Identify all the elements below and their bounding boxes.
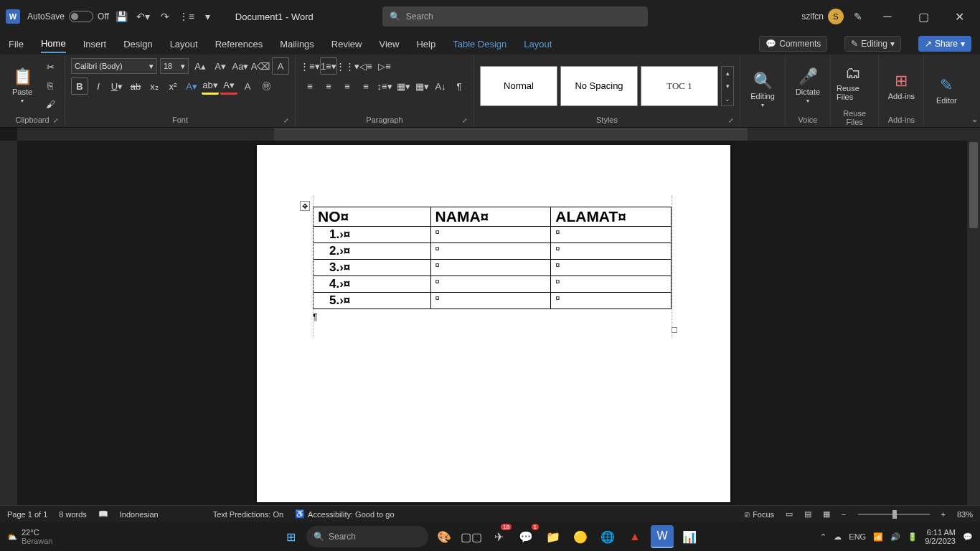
clear-format-icon[interactable]: A⌫ bbox=[252, 57, 269, 75]
cut-icon[interactable]: ✂ bbox=[42, 59, 59, 76]
show-marks-icon[interactable]: ¶ bbox=[451, 77, 468, 95]
spell-check-icon[interactable]: 📖 bbox=[98, 509, 108, 519]
change-case-icon[interactable]: Aa▾ bbox=[232, 57, 249, 75]
battery-icon[interactable]: 🔋 bbox=[908, 532, 918, 542]
word-taskbar-icon[interactable]: W bbox=[651, 525, 674, 548]
header-cell-nama[interactable]: NAMA¤ bbox=[430, 207, 551, 227]
copilot-icon[interactable]: 🎨 bbox=[433, 525, 456, 548]
font-name-select[interactable]: Calibri (Body)▾ bbox=[71, 58, 157, 74]
bullets-icon[interactable]: ⋮≡▾ bbox=[301, 57, 319, 75]
text-effects-icon[interactable]: A▾ bbox=[183, 77, 200, 95]
view-web-icon[interactable]: ▦ bbox=[823, 509, 830, 519]
phonetic-icon[interactable]: A bbox=[272, 57, 289, 75]
collapse-ribbon-icon[interactable]: ⌄ bbox=[969, 115, 980, 127]
language-indicator[interactable]: Indonesian bbox=[120, 510, 159, 519]
borders-icon[interactable]: ▦▾ bbox=[413, 77, 430, 95]
font-color-icon[interactable]: A▾ bbox=[220, 77, 237, 95]
font-launcher-icon[interactable]: ⤢ bbox=[283, 117, 289, 124]
onedrive-icon[interactable]: ☁ bbox=[834, 532, 842, 542]
page[interactable]: ✥ NO¤ NAMA¤ ALAMAT¤ 1.›¤ ¤ ¤ 2.›¤ ¤ ¤ bbox=[257, 145, 730, 502]
zoom-slider[interactable] bbox=[858, 514, 930, 515]
style-nospacing[interactable]: No Spacing bbox=[560, 66, 638, 106]
tray-overflow-icon[interactable]: ⌃ bbox=[820, 532, 826, 542]
undo-icon[interactable]: ↶▾ bbox=[135, 8, 152, 25]
tray-lang[interactable]: ENG bbox=[849, 532, 866, 541]
table-row[interactable]: 4.›¤ ¤ ¤ bbox=[314, 276, 672, 293]
table-row[interactable]: 3.›¤ ¤ ¤ bbox=[314, 260, 672, 276]
minimize-button[interactable]: ─ bbox=[872, 6, 903, 27]
document-table[interactable]: NO¤ NAMA¤ ALAMAT¤ 1.›¤ ¤ ¤ 2.›¤ ¤ ¤ 3.›¤… bbox=[313, 207, 672, 309]
multilevel-icon[interactable]: ⋮⋮▾ bbox=[339, 57, 356, 75]
tab-review[interactable]: Review bbox=[331, 36, 362, 52]
styles-launcher-icon[interactable]: ⤢ bbox=[728, 117, 734, 124]
pen-mode-icon[interactable]: ✎ bbox=[849, 8, 867, 25]
zoom-out-icon[interactable]: − bbox=[842, 510, 846, 519]
align-left-icon[interactable]: ≡ bbox=[301, 77, 319, 95]
italic-button[interactable]: I bbox=[90, 77, 107, 95]
close-button[interactable]: ✕ bbox=[944, 6, 974, 27]
adobe-icon[interactable]: ▲ bbox=[623, 525, 646, 548]
page-indicator[interactable]: Page 1 of 1 bbox=[7, 510, 47, 519]
justify-icon[interactable]: ≡ bbox=[357, 77, 374, 95]
text-predictions[interactable]: Text Predictions: On bbox=[213, 510, 283, 519]
accessibility-status[interactable]: ♿Accessibility: Good to go bbox=[295, 509, 394, 519]
table-move-handle-icon[interactable]: ✥ bbox=[300, 201, 310, 211]
system-clock[interactable]: 6:11 AM 9/2/2023 bbox=[925, 528, 956, 545]
whatsapp-icon[interactable]: 💬1 bbox=[514, 525, 537, 548]
font-size-select[interactable]: 18▾ bbox=[160, 58, 189, 74]
decrease-indent-icon[interactable]: ◁≡ bbox=[357, 57, 374, 75]
word-count[interactable]: 8 words bbox=[59, 510, 87, 519]
shrink-font-icon[interactable]: A▾ bbox=[212, 57, 229, 75]
dictate-button[interactable]: 🎤Dictate▾ bbox=[791, 61, 824, 111]
align-right-icon[interactable]: ≡ bbox=[339, 77, 356, 95]
grow-font-icon[interactable]: A▴ bbox=[192, 57, 209, 75]
qat-overflow-icon[interactable]: ⋮≡ bbox=[178, 8, 195, 25]
enclose-char-icon[interactable]: ㊕ bbox=[258, 77, 275, 95]
reuse-files-button[interactable]: 🗂Reuse Files bbox=[837, 57, 870, 108]
view-print-icon[interactable]: ▤ bbox=[804, 509, 811, 519]
header-cell-no[interactable]: NO¤ bbox=[314, 207, 431, 227]
editing-mode-button[interactable]: ✎ Editing ▾ bbox=[844, 36, 901, 52]
notifications-icon[interactable]: 💬 bbox=[963, 532, 973, 542]
edge-icon[interactable]: 🌐 bbox=[596, 525, 619, 548]
styles-gallery-scroll[interactable]: ▴▾⌄ bbox=[721, 66, 734, 106]
shading-icon[interactable]: ▦▾ bbox=[395, 77, 412, 95]
highlight-icon[interactable]: ab▾ bbox=[202, 77, 219, 95]
vertical-ruler[interactable] bbox=[0, 141, 17, 519]
table-header-row[interactable]: NO¤ NAMA¤ ALAMAT¤ bbox=[314, 207, 672, 227]
clipboard-launcher-icon[interactable]: ⤢ bbox=[53, 117, 59, 124]
tab-table-layout[interactable]: Layout bbox=[524, 36, 552, 52]
start-button[interactable]: ⊞ bbox=[279, 525, 302, 548]
save-icon[interactable]: 💾 bbox=[113, 8, 131, 25]
weather-widget[interactable]: ⛅ 22°CBerawan bbox=[7, 528, 52, 545]
telegram-icon[interactable]: ✈18 bbox=[487, 525, 510, 548]
increase-indent-icon[interactable]: ▷≡ bbox=[376, 57, 393, 75]
tab-table-design[interactable]: Table Design bbox=[453, 36, 507, 52]
tab-layout[interactable]: Layout bbox=[170, 36, 198, 52]
horizontal-ruler[interactable] bbox=[17, 128, 980, 141]
format-painter-icon[interactable]: 🖌 bbox=[42, 96, 59, 113]
table-row[interactable]: 5.›¤ ¤ ¤ bbox=[314, 293, 672, 309]
paragraph-launcher-icon[interactable]: ⤢ bbox=[462, 117, 468, 124]
strike-button[interactable]: ab bbox=[127, 77, 144, 95]
table-row[interactable]: 2.›¤ ¤ ¤ bbox=[314, 243, 672, 260]
qat-customize-icon[interactable]: ▾ bbox=[199, 8, 217, 25]
task-view-icon[interactable]: ▢▢ bbox=[460, 525, 483, 548]
vertical-scrollbar[interactable] bbox=[967, 141, 980, 519]
addins-button[interactable]: ⊞Add-ins bbox=[885, 61, 918, 111]
tab-file[interactable]: File bbox=[9, 36, 24, 52]
taskbar-search[interactable]: 🔍Search bbox=[306, 526, 428, 547]
tab-design[interactable]: Design bbox=[123, 36, 152, 52]
explorer-icon[interactable]: 📁 bbox=[542, 525, 565, 548]
table-resize-handle-icon[interactable] bbox=[672, 327, 677, 333]
tab-home[interactable]: Home bbox=[41, 35, 66, 53]
line-spacing-icon[interactable]: ↕≡▾ bbox=[376, 77, 393, 95]
focus-mode[interactable]: ⎚Focus bbox=[745, 510, 774, 519]
autosave-switch[interactable] bbox=[69, 11, 93, 22]
tab-view[interactable]: View bbox=[379, 36, 399, 52]
redo-icon[interactable]: ↷ bbox=[156, 8, 174, 25]
align-center-icon[interactable]: ≡ bbox=[320, 77, 337, 95]
tab-insert[interactable]: Insert bbox=[83, 36, 107, 52]
editor-button[interactable]: ✎Editor bbox=[930, 65, 963, 116]
editing-button[interactable]: 🔍Editing▾ bbox=[746, 65, 779, 116]
